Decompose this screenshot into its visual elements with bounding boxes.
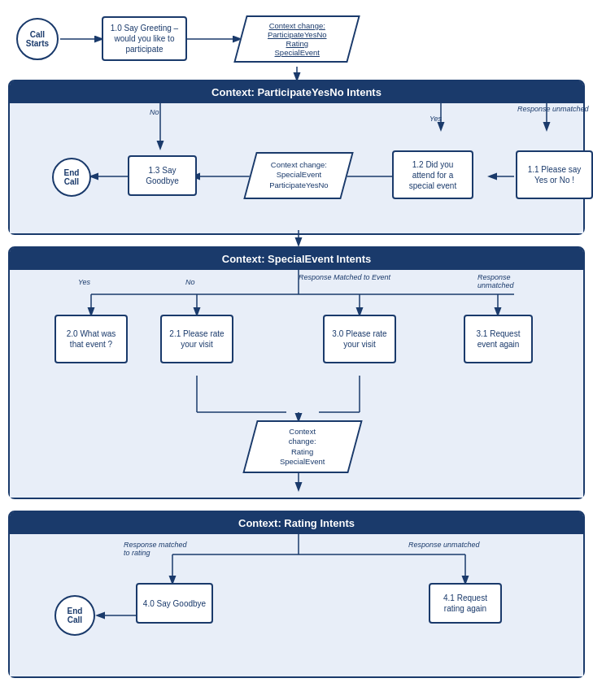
context-rating-section: Context: Rating Intents — [8, 511, 585, 678]
context-participate-header: Context: ParticipateYesNo Intents — [10, 81, 583, 103]
label-response-matched-3: Response matched to rating — [124, 541, 187, 557]
node-1-0: 1.0 Say Greeting – would you like to par… — [102, 16, 187, 61]
node-1-3: 1.3 Say Goodbye — [128, 155, 197, 196]
context-special-header: Context: SpecialEvent Intents — [10, 248, 583, 270]
context-change-top: Context change: ParticipateYesNo Rating … — [233, 15, 360, 63]
end-call-1: End Call — [52, 158, 91, 197]
context-change-1: Context change: SpecialEvent Participate… — [243, 152, 354, 199]
label-yes-1: Yes — [429, 115, 442, 123]
node-2-0: 2.0 What was that event ? — [55, 315, 128, 363]
context-special-body: Yes No Response Matched to Event Respons… — [10, 270, 583, 498]
node-1-1: 1.1 Please say Yes or No ! — [516, 150, 593, 199]
context-special-section: Context: SpecialEvent Intents — [8, 246, 585, 499]
label-response-unmatched-1: Response unmatched — [517, 105, 589, 113]
label-yes-2: Yes — [78, 278, 90, 286]
node-3-0: 3.0 Please rate your visit — [323, 315, 396, 363]
node-4-1: 4.1 Request rating again — [429, 583, 502, 624]
label-response-matched-2: Response Matched to Event — [299, 273, 390, 281]
context-participate-section: Context: ParticipateYesNo Intents — [8, 80, 585, 235]
node-2-1: 2.1 Please rate your visit — [160, 315, 233, 363]
label-response-unmatched-3: Response unmatched — [408, 541, 480, 549]
end-call-2: End Call — [55, 595, 95, 636]
node-4-0: 4.0 Say Goodbye — [136, 583, 213, 624]
node-1-2: 1.2 Did you attend for a special event — [392, 150, 473, 199]
top-section: Call Starts 1.0 Say Greeting – would you… — [8, 8, 585, 73]
node-3-1: 3.1 Request event again — [464, 315, 533, 363]
call-starts-oval: Call Starts — [16, 18, 59, 60]
context-rating-header: Context: Rating Intents — [10, 512, 583, 534]
context-change-2: Context change: Rating SpecialEvent — [242, 420, 362, 473]
context-participate-body: Yes No Response unmatched 1.2 Did you at… — [10, 103, 583, 233]
label-no-1: No — [150, 108, 159, 116]
label-response-unmatched-2: Response unmatched — [477, 273, 514, 289]
context-rating-body: Response matched to rating Response unma… — [10, 534, 583, 676]
label-no-2: No — [185, 278, 195, 286]
diagram: Call Starts 1.0 Say Greeting – would you… — [0, 0, 593, 700]
